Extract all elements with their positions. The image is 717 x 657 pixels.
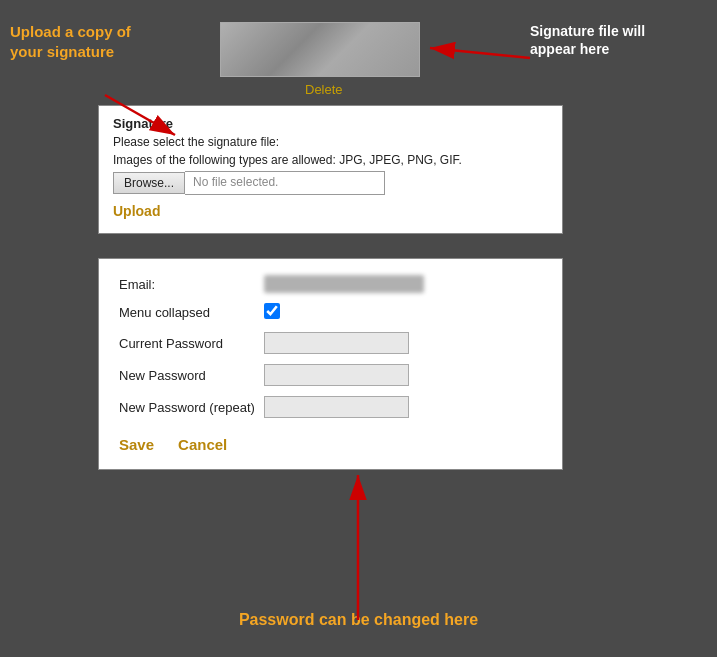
new-password-input[interactable] [264,364,409,386]
new-password-repeat-value [264,396,542,418]
email-value-container [264,275,542,293]
email-label: Email: [119,277,264,292]
form-actions: Save Cancel [119,428,542,453]
menu-collapsed-row: Menu collapsed [119,303,542,322]
settings-form-box: Email: Menu collapsed Current Password N… [98,258,563,470]
password-annotation-label: Password can be changed here [0,611,717,629]
new-password-repeat-row: New Password (repeat) [119,396,542,418]
new-password-row: New Password [119,364,542,386]
save-button[interactable]: Save [119,436,154,453]
delete-signature-link[interactable]: Delete [305,82,343,97]
signature-upload-box: Signature Please select the signature fi… [98,105,563,234]
signature-box-desc2: Images of the following types are allowe… [113,153,548,167]
signature-preview-image [220,22,420,77]
new-password-repeat-input[interactable] [264,396,409,418]
current-password-value [264,332,542,354]
menu-collapsed-value [264,303,542,322]
new-password-repeat-label: New Password (repeat) [119,400,264,415]
current-password-input[interactable] [264,332,409,354]
email-row: Email: [119,275,542,293]
menu-collapsed-label: Menu collapsed [119,305,264,320]
sig-file-annotation-label: Signature file willappear here [530,22,645,58]
new-password-value [264,364,542,386]
svg-line-3 [430,48,530,58]
email-blur-display [264,275,424,293]
upload-button[interactable]: Upload [113,203,160,219]
current-password-label: Current Password [119,336,264,351]
cancel-button[interactable]: Cancel [178,436,227,453]
signature-box-desc1: Please select the signature file: [113,135,548,149]
menu-collapsed-checkbox[interactable] [264,303,280,319]
signature-box-title: Signature [113,116,548,131]
file-browse-row: Browse... No file selected. [113,171,548,195]
new-password-label: New Password [119,368,264,383]
file-selected-display: No file selected. [185,171,385,195]
browse-button[interactable]: Browse... [113,172,185,194]
current-password-row: Current Password [119,332,542,354]
upload-annotation-label: Upload a copy ofyour signature [10,22,131,61]
